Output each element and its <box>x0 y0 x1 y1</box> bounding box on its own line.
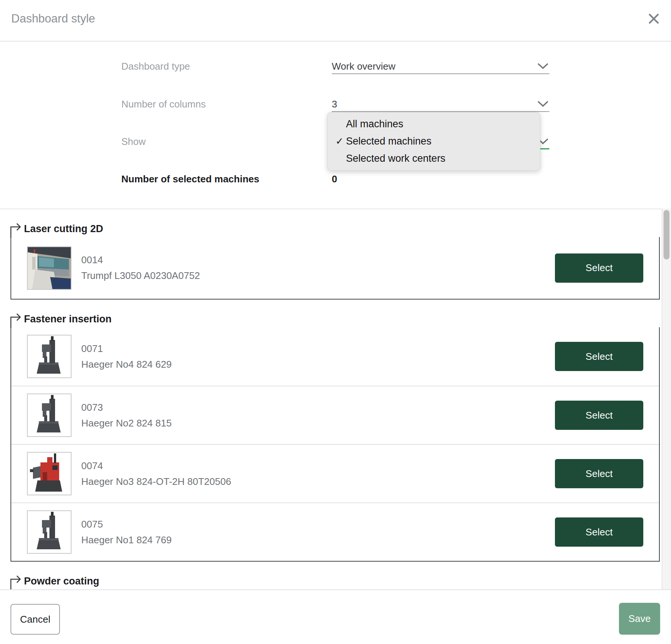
group-box-fastener-insertion: 0071 Haeger No4 824 629 Select 0073 <box>10 327 660 562</box>
close-icon[interactable] <box>646 10 662 27</box>
chevron-down-icon <box>537 63 549 71</box>
machine-code: 0075 <box>81 519 171 530</box>
machine-text: 0014 Trumpf L3050 A0230A0752 <box>81 254 200 282</box>
press-machine-image <box>28 394 71 436</box>
show-label: Show <box>121 134 332 149</box>
select-machine-button[interactable]: Select <box>555 401 643 430</box>
modal-title: Dashboard style <box>11 12 95 25</box>
select-machine-button[interactable]: Select <box>555 342 643 371</box>
form-row-selected-machines-count: Number of selected machines 0 <box>121 171 337 187</box>
number-of-columns-select[interactable]: 3 <box>332 96 549 112</box>
dropdown-option-all-machines[interactable]: All machines <box>328 115 540 133</box>
machine-text: 0071 Haeger No4 824 629 <box>81 343 171 370</box>
red-press-machine-image <box>28 453 71 495</box>
machine-row: 0014 Trumpf L3050 A0230A0752 Select <box>11 237 659 299</box>
group-header-powder-coating: Powder coating <box>0 574 661 589</box>
machine-name: Haeger No2 824 815 <box>81 417 171 429</box>
dropdown-option-selected-work-centers[interactable]: Selected work centers <box>328 150 540 167</box>
modal-footer: Cancel Save <box>0 589 671 644</box>
group-title: Powder coating <box>24 575 99 587</box>
machine-thumbnail <box>27 452 72 495</box>
laser-machine-photo <box>28 247 71 289</box>
show-dropdown-menu: All machines ✓ Selected machines Selecte… <box>327 112 540 171</box>
machine-code: 0073 <box>81 402 171 413</box>
checkmark-icon: ✓ <box>336 136 346 147</box>
machine-code: 0074 <box>81 460 231 472</box>
machine-row: 0071 Haeger No4 824 629 Select <box>11 327 659 386</box>
machine-text: 0074 Haeger No3 824-OT-2H 80T20506 <box>81 460 231 487</box>
machine-list: Laser cutting 2D 0014 Tr <box>0 209 661 589</box>
machine-name: Trumpf L3050 A0230A0752 <box>81 270 200 282</box>
save-button[interactable]: Save <box>619 603 660 635</box>
machine-code: 0014 <box>81 254 200 266</box>
machine-thumbnail <box>27 246 72 290</box>
form-row-dashboard-type: Dashboard type Work overview <box>121 58 549 74</box>
group-arrow-icon <box>10 574 24 589</box>
dashboard-type-select[interactable]: Work overview <box>332 58 549 74</box>
selected-machines-count-label: Number of selected machines <box>121 171 332 187</box>
machine-name: Haeger No3 824-OT-2H 80T20506 <box>81 476 231 487</box>
cancel-button[interactable]: Cancel <box>10 604 60 635</box>
dashboard-type-label: Dashboard type <box>121 58 332 74</box>
machine-text: 0073 Haeger No2 824 815 <box>81 402 171 429</box>
machine-row: 0074 Haeger No3 824-OT-2H 80T20506 Selec… <box>11 444 659 502</box>
dropdown-option-label: Selected machines <box>346 136 431 147</box>
machine-name: Haeger No4 824 629 <box>81 359 171 370</box>
dropdown-option-selected-machines[interactable]: ✓ Selected machines <box>328 133 540 150</box>
scrollbar-thumb[interactable] <box>664 210 670 259</box>
machine-thumbnail <box>27 335 72 378</box>
dashboard-type-value: Work overview <box>332 58 549 72</box>
group-header-fastener-insertion: Fastener insertion <box>0 312 661 327</box>
dropdown-option-label: Selected work centers <box>346 153 446 164</box>
machine-row: 0075 Haeger No1 824 769 Select <box>11 502 659 561</box>
machine-thumbnail <box>27 510 72 554</box>
dropdown-option-label: All machines <box>346 118 403 130</box>
select-machine-button[interactable]: Select <box>555 253 643 283</box>
scrollbar-track[interactable] <box>662 209 671 589</box>
press-machine-image <box>28 511 71 553</box>
press-machine-image <box>28 335 71 377</box>
form-row-number-of-columns: Number of columns 3 <box>121 96 549 112</box>
chevron-down-icon <box>537 101 549 109</box>
select-machine-button[interactable]: Select <box>555 517 643 547</box>
selected-machines-count-value: 0 <box>332 171 337 187</box>
machine-code: 0071 <box>81 343 171 355</box>
group-title: Laser cutting 2D <box>24 223 103 234</box>
number-of-columns-label: Number of columns <box>121 96 332 112</box>
machine-text: 0075 Haeger No1 824 769 <box>81 519 171 546</box>
modal-header: Dashboard style <box>0 0 671 42</box>
select-machine-button[interactable]: Select <box>555 459 643 488</box>
machine-thumbnail <box>27 394 72 437</box>
group-box-laser-cutting-2d: 0014 Trumpf L3050 A0230A0752 Select <box>10 237 660 300</box>
machine-name: Haeger No1 824 769 <box>81 534 171 546</box>
number-of-columns-value: 3 <box>332 96 549 110</box>
group-title: Fastener insertion <box>24 313 112 325</box>
group-header-laser-cutting-2d: Laser cutting 2D <box>0 222 661 237</box>
machine-row: 0073 Haeger No2 824 815 Select <box>11 386 659 444</box>
